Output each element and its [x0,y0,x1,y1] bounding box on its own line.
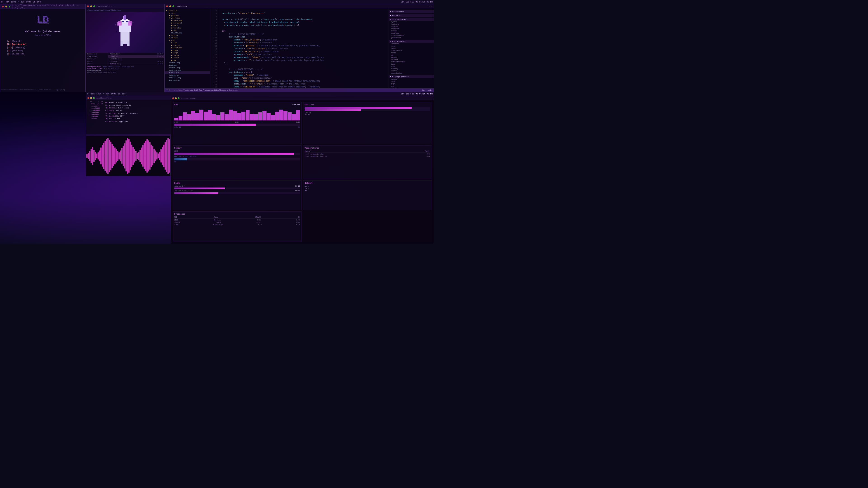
outline-username[interactable]: username [389,43,434,45]
outline-systemsettings[interactable]: ▼ systemSettings [389,18,434,21]
qute-link-search[interactable]: [o] [Search] [7,40,79,42]
outline-nixpkgs-system[interactable]: system [389,78,434,80]
tree-personal[interactable]: ▶ personal [165,22,210,24]
tree-work[interactable]: ▶ work [165,24,210,27]
fm-nav-pictures[interactable]: Pictures [86,58,108,60]
tree-installsh[interactable]: install.sh [165,79,210,81]
qute-link-newtab[interactable]: [t] [New tab] [7,50,79,52]
outline-defaultroamdir[interactable]: defaultRoamDir [389,61,434,63]
fm-nav-music[interactable]: Music [86,60,108,63]
code-bootmode-val: "uefi" [246,54,253,56]
tree-installorg[interactable]: install.org [165,76,210,79]
outline-wmtype[interactable]: wmType [389,56,434,59]
tree-profiles[interactable]: ▼ profiles [165,17,210,19]
tree-pkgs[interactable]: ▶ pkgs [165,52,210,54]
qute-link-quickmarks[interactable]: [b] [Quickmarks] [7,43,79,46]
sysmon-network-title: Network [305,182,431,184]
outline-usersettings[interactable]: ▼ userSettings [389,40,434,43]
code-theme-val: "wunicum-yt" [243,86,256,88]
outline-bootmountpath[interactable]: bootMountPath [389,34,434,37]
tree-themes[interactable]: ▶ themes [165,37,210,39]
sysmon-min-btn[interactable] [175,97,177,99]
tree-editor[interactable]: ▶ editor [165,44,210,46]
cpu-bar-v [195,113,199,121]
sysmon-disks-title: Disks [174,182,300,184]
tree-wm[interactable]: ▶ wm [165,59,210,61]
outline-grubdevice[interactable]: grubDevice [389,37,434,39]
tree-patches[interactable]: ▶ patches [165,14,210,17]
code-nixpkgs-stable: nixpkgs-stable [261,18,277,21]
qute-link-closetab[interactable]: [x] [Close tab] [7,53,79,55]
outline-nixpkgs-name[interactable]: name [389,80,434,83]
outline-hostname[interactable]: hostname [389,23,434,25]
tree-hardensh[interactable]: harden.sh [165,74,210,76]
tree-style[interactable]: ▶ style [165,57,210,59]
outline-timezone[interactable]: timezone [389,28,434,30]
sysmon-max-btn[interactable] [178,97,180,99]
cpu-bar-v [288,112,292,121]
outline-nixpkgs-src[interactable]: src [389,85,434,87]
qute-min-btn[interactable] [5,6,7,7]
tree-shell[interactable]: ▶ shell [165,54,210,57]
outline-wm[interactable]: wm [389,54,434,56]
fm-max-btn[interactable] [93,5,95,7]
neo-min-btn[interactable] [90,97,92,99]
fm-file-flakenix[interactable]: flake.nix 2.26 K [108,55,164,58]
sysmon-close-btn[interactable] [172,97,174,99]
outline-profile[interactable]: profile [389,25,434,28]
tree-readmeorg2[interactable]: README.org [165,66,210,69]
tree-wsl[interactable]: ▶ wsl [165,29,210,32]
tree-worklab[interactable]: ▶ worklab [165,27,210,29]
tree-user[interactable]: ▼ user [165,39,210,41]
tree-desktoppng[interactable]: desktop.png [165,69,210,71]
tree-root[interactable]: ▼ .dotfiles [165,9,210,12]
tree-app[interactable]: ▶ app [165,41,210,44]
outline-font[interactable]: font [389,65,434,68]
tree-readmeorg[interactable]: README.org [165,61,210,64]
outline-nixpkgs-pkgs[interactable]: pkgs [389,83,434,85]
status-bar-bottom: ⊞ Tech 100% ⚡ 20% 100% 2s 10s Sat 2024-0… [86,92,434,96]
tree-homelab[interactable]: ▶ home lab [165,19,210,22]
outline-editor-item[interactable]: editor [389,70,434,72]
editor-max-btn[interactable] [173,5,174,7]
fm-nav-movies[interactable]: Movies [86,63,108,65]
code-usersettings: userSettings [224,71,243,73]
outline-nixpkgs-patched[interactable]: ▼ nixpkgs-patched [389,75,434,78]
tree-license[interactable]: LICENSE [165,64,210,66]
tree-flakenix[interactable]: flake.nix [165,71,210,74]
editor-close-btn[interactable] [166,5,168,7]
neo-close-btn[interactable] [88,97,89,99]
cpu-bar-v [220,112,224,121]
qute-link-history[interactable]: [S h] [History] [7,46,79,49]
outline-locale[interactable]: locale [389,30,434,32]
sysmon-cpu-graph [174,107,300,121]
tree-system[interactable]: ▶ system [165,34,210,37]
fm-close-btn[interactable] [87,5,89,7]
editor-content[interactable]: description = "Flake of LibrePhoenix"; o… [218,8,389,88]
qute-max-btn[interactable] [9,6,10,7]
outline-fontpkg[interactable]: fontPkg [389,68,434,70]
outline-term[interactable]: term [389,63,434,65]
fm-file-license[interactable]: LICENSE 34.2 K [108,60,164,63]
fm-nav-downloads[interactable]: Downloads [86,55,108,58]
outline-bootmode[interactable]: bootMode [389,32,434,34]
outline-email[interactable]: email [389,47,434,50]
tree-readmeorg-profiles[interactable]: README.org [165,32,210,34]
outline-dotfilesdir[interactable]: dotfilesDir [389,50,434,52]
fm-nav-documents[interactable]: Documents [86,53,108,55]
tree-git[interactable]: ▶ .git [165,12,210,14]
outline-spawneditor[interactable]: spawnEditor [389,72,434,74]
tree-lang[interactable]: ▶ lang [165,49,210,52]
editor-min-btn[interactable] [169,5,171,7]
outline-name[interactable]: name [389,45,434,47]
neo-max-btn[interactable] [93,97,95,99]
fm-file-installorg[interactable]: install.org [108,58,164,60]
outline-browser[interactable]: browser [389,59,434,61]
fm-min-btn[interactable] [90,5,92,7]
outline-theme[interactable]: theme [389,52,434,54]
outline-system[interactable]: system [389,21,434,23]
fm-file-flakelock[interactable]: flake.lock 27.5 K [108,53,164,55]
fm-file-readme[interactable]: README.org 4.7 K [108,63,164,65]
tree-hardware[interactable]: ▶ hardware [165,46,210,49]
qute-close-btn[interactable] [2,6,4,7]
